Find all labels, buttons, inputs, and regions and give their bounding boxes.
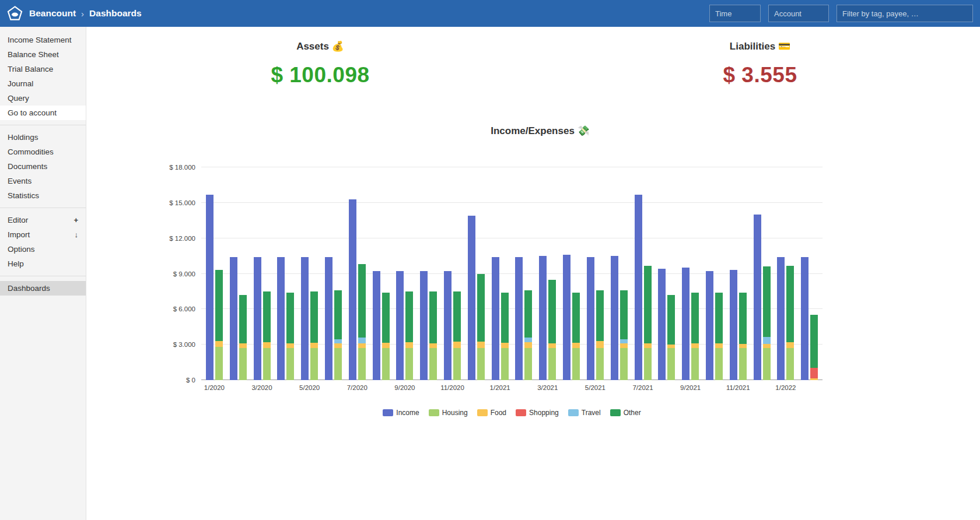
income-bar[interactable] (373, 271, 380, 380)
legend-item-other[interactable]: Other (610, 409, 641, 417)
food-segment[interactable] (263, 342, 271, 348)
housing-segment[interactable] (263, 348, 271, 380)
food-segment[interactable] (548, 343, 556, 348)
legend-item-housing[interactable]: Housing (429, 409, 468, 417)
income-bar[interactable] (635, 195, 642, 380)
sidebar-item-commodities[interactable]: Commodities (0, 145, 86, 159)
housing-segment[interactable] (644, 348, 652, 380)
food-segment[interactable] (691, 343, 699, 348)
income-bar[interactable] (539, 256, 547, 380)
food-segment[interactable] (739, 344, 747, 348)
housing-segment[interactable] (596, 348, 604, 380)
other-segment[interactable] (477, 274, 485, 342)
housing-segment[interactable] (215, 347, 223, 380)
sidebar-item-options[interactable]: Options (0, 242, 86, 257)
income-bar[interactable] (801, 257, 808, 380)
food-segment[interactable] (334, 343, 342, 348)
other-segment[interactable] (572, 293, 580, 343)
housing-segment[interactable] (334, 348, 342, 380)
sidebar-item-statistics[interactable]: Statistics (0, 188, 86, 203)
other-segment[interactable] (405, 291, 413, 342)
food-segment[interactable] (477, 342, 485, 348)
housing-segment[interactable] (239, 348, 247, 380)
other-segment[interactable] (215, 270, 223, 341)
other-segment[interactable] (667, 295, 675, 345)
sidebar-item-go-to-account[interactable]: Go to account (0, 106, 86, 120)
other-segment[interactable] (358, 264, 366, 338)
sidebar-item-editor[interactable]: Editor+ (0, 213, 86, 227)
legend-item-shopping[interactable]: Shopping (516, 409, 559, 417)
brand-name[interactable]: Beancount (29, 8, 76, 19)
sidebar-item-import[interactable]: Import↓ (0, 227, 86, 242)
food-segment[interactable] (763, 344, 771, 348)
income-bar[interactable] (658, 269, 666, 380)
food-segment[interactable] (810, 378, 818, 380)
housing-segment[interactable] (739, 348, 747, 380)
income-bar[interactable] (420, 271, 428, 380)
other-segment[interactable] (644, 266, 652, 343)
other-segment[interactable] (810, 315, 818, 367)
housing-segment[interactable] (620, 348, 628, 380)
income-bar[interactable] (444, 271, 452, 380)
sidebar-item-documents[interactable]: Documents (0, 159, 86, 174)
other-segment[interactable] (620, 290, 628, 339)
sidebar-item-income-statement[interactable]: Income Statement (0, 33, 86, 47)
income-bar[interactable] (730, 270, 737, 380)
housing-segment[interactable] (453, 348, 461, 380)
add-icon[interactable]: + (74, 216, 78, 224)
account-filter-input[interactable] (768, 5, 829, 22)
other-segment[interactable] (263, 291, 271, 342)
housing-segment[interactable] (501, 348, 509, 380)
income-bar[interactable] (563, 255, 570, 380)
food-segment[interactable] (620, 343, 628, 348)
income-bar[interactable] (230, 257, 237, 380)
food-segment[interactable] (715, 343, 723, 348)
other-segment[interactable] (310, 291, 318, 343)
income-bar[interactable] (611, 256, 618, 380)
income-bar[interactable] (396, 271, 404, 380)
food-segment[interactable] (524, 342, 532, 348)
income-bar[interactable] (254, 257, 261, 380)
food-segment[interactable] (358, 343, 366, 348)
travel-segment[interactable] (524, 338, 532, 342)
housing-segment[interactable] (405, 348, 413, 380)
other-segment[interactable] (763, 266, 771, 337)
income-bar[interactable] (349, 199, 356, 380)
other-segment[interactable] (453, 291, 461, 342)
housing-segment[interactable] (524, 348, 532, 380)
travel-segment[interactable] (620, 339, 628, 343)
other-segment[interactable] (596, 290, 604, 341)
food-segment[interactable] (429, 343, 437, 348)
food-segment[interactable] (572, 343, 580, 348)
income-bar[interactable] (515, 257, 523, 380)
food-segment[interactable] (453, 342, 461, 348)
sidebar-item-dashboards[interactable]: Dashboards (0, 281, 86, 296)
food-segment[interactable] (501, 343, 509, 348)
income-bar[interactable] (682, 268, 690, 380)
housing-segment[interactable] (786, 348, 794, 380)
income-bar[interactable] (277, 257, 285, 380)
food-segment[interactable] (596, 341, 604, 348)
legend-item-income[interactable]: Income (383, 409, 419, 417)
sidebar-item-holdings[interactable]: Holdings (0, 130, 86, 145)
food-segment[interactable] (405, 342, 413, 348)
other-segment[interactable] (739, 293, 747, 344)
food-segment[interactable] (215, 341, 223, 347)
other-segment[interactable] (286, 293, 294, 343)
sidebar-item-trial-balance[interactable]: Trial Balance (0, 62, 86, 76)
other-segment[interactable] (548, 280, 556, 344)
food-segment[interactable] (644, 343, 652, 348)
shopping-segment[interactable] (810, 368, 818, 378)
travel-segment[interactable] (763, 337, 771, 344)
income-bar[interactable] (754, 215, 761, 380)
housing-segment[interactable] (358, 348, 366, 380)
housing-segment[interactable] (572, 348, 580, 380)
housing-segment[interactable] (691, 348, 699, 380)
sidebar-item-query[interactable]: Query (0, 91, 86, 106)
income-bar[interactable] (301, 257, 309, 380)
sidebar-item-journal[interactable]: Journal (0, 76, 86, 91)
tag-payee-filter-input[interactable] (836, 5, 973, 22)
other-segment[interactable] (786, 266, 794, 342)
other-segment[interactable] (715, 293, 723, 343)
import-arrow-icon[interactable]: ↓ (75, 230, 79, 239)
